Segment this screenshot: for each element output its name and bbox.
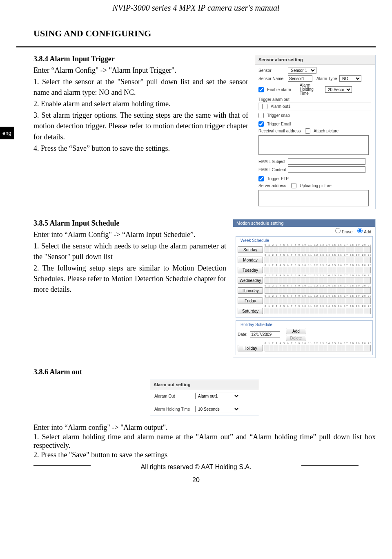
email-subject-label: EMAIL Subject [258,159,286,164]
sensor-name-input[interactable] [288,75,312,82]
day-wednesday-button[interactable]: Wednesday [238,277,263,284]
alarm-hold-select[interactable]: 10 Seconds [195,406,240,412]
trigger-ftp-checkbox[interactable] [258,176,264,181]
day-sunday-button[interactable]: Sunday [238,246,263,253]
uploading-picture-label: Uploading picture [300,183,332,188]
time-ticks: 0 1 2 3 4 5 6 7 8 9 10 11 12 13 14 15 16… [265,274,371,277]
erase-radio[interactable] [335,228,341,233]
day-row: Monday [238,257,371,263]
holding-time-label: Alarm Holding Time [300,83,323,96]
timeline[interactable] [265,308,371,314]
attach-picture-label: Attach picture [314,129,339,133]
time-ticks: 0 1 2 3 4 5 6 7 8 9 10 11 12 13 14 15 16… [265,284,371,287]
holiday-delete-button[interactable]: Delete [286,335,306,341]
timeline[interactable] [265,277,371,284]
week-schedule-fieldset: Week Schedule 0 1 2 3 4 5 6 7 8 9 10 11 … [236,236,373,318]
trigger-snap-label: Trigger snap [267,113,290,118]
holiday-legend: Holiday Schedule [239,322,274,327]
alarm-out-select[interactable]: Alarm out1 [195,393,240,399]
date-label: Date: [238,332,247,337]
heading-384: 3.8.4 Alarm Input Trigger [33,55,248,63]
week-legend: Week Schedule [239,238,270,243]
day-thursday-button[interactable]: Thursday [238,287,263,294]
alarm-out-label: Alaram Out [154,394,195,398]
holiday-add-button[interactable]: Add [286,328,306,334]
email-content-input[interactable] [288,166,365,173]
time-ticks: 0 1 2 3 4 5 6 7 8 9 10 11 12 13 14 15 16… [265,295,371,297]
erase-radio-label[interactable]: Erase [335,228,352,234]
trigger-snap-checkbox[interactable] [258,113,264,118]
attach-picture-checkbox[interactable] [305,128,310,134]
day-row: Saturday [238,308,371,314]
date-input[interactable] [250,331,280,338]
holding-time-select[interactable]: 20 Seconds [325,86,352,93]
day-friday-button[interactable]: Friday [238,297,263,304]
para: 1. Select the sensor which needs to setu… [33,241,226,262]
day-monday-button[interactable]: Monday [238,257,263,263]
para: 4. Press the “Save” button to save the s… [33,143,248,154]
heading-386: 3.8.6 Alarm out [33,368,376,376]
alarm-type-select[interactable]: NO [339,75,361,82]
running-head: NVIP-3000 series 4 MPX IP camera user's … [16,3,376,13]
email-subject-input[interactable] [288,158,365,165]
para: 1. Select the sensor at the "Sensor" pul… [33,76,248,98]
sensor-label: Sensor [258,68,286,73]
email-address-textarea[interactable] [258,135,369,155]
enable-alarm-checkbox[interactable] [258,87,264,92]
time-ticks: 0 1 2 3 4 5 6 7 8 9 10 11 12 13 14 15 16… [265,305,371,308]
para: 2. Press the "Save" button to save the s… [33,451,376,459]
time-ticks: 0 1 2 3 4 5 6 7 8 9 10 11 12 13 14 15 16… [265,254,371,257]
alarm-hold-label: Alarm Holding Time [154,407,195,411]
para: 3. Set alarm trigger options. The settin… [33,110,248,142]
trigger-ftp-label: Trigger FTP [267,177,289,181]
alarm-type-label: Alarm Type [316,76,338,81]
timeline[interactable] [265,267,371,273]
section-385-text: 3.8.5 Alarm Input Schedule Enter into “A… [33,219,226,296]
trigger-email-label: Trigger Email [267,122,291,126]
panel-header: Sensor alarm setting [255,55,375,65]
timeline[interactable] [265,246,371,253]
para: Enter into “Alarm Config" -> “Alarm Inpu… [33,229,226,240]
page-title: USING AND CONFIGURING [33,28,376,39]
day-saturday-button[interactable]: Saturday [238,308,263,314]
alarm-out1-label: Alarm out1 [271,104,290,109]
heading-385: 3.8.5 Alarm Input Schedule [33,219,226,228]
footer-rule-left [33,465,91,466]
para: Enter “Alarm Config" -> "Alarm Input Tri… [33,65,248,76]
day-row: Thursday [238,287,371,294]
holiday-schedule-fieldset: Holiday Schedule Date: Add Delete 0 1 2 … [236,320,373,355]
server-address-textarea[interactable] [258,190,369,206]
day-row: Friday [238,297,371,304]
timeline[interactable] [265,297,371,304]
uploading-picture-checkbox[interactable] [291,183,296,188]
para: 1. Select alarm holding time and alarm n… [33,433,376,450]
add-radio-label[interactable]: Add [357,228,371,234]
trigger-email-checkbox[interactable] [258,121,264,127]
sensor-name-label: Sensor Name [258,76,286,81]
alarm-out1-checkbox[interactable] [262,104,267,109]
panel-header: Alarm out setting [150,380,259,389]
footer-rule-right [301,465,359,466]
schedule-panel: Motion schedule setting Erase Add Week S… [233,219,376,358]
day-row: Tuesday [238,267,371,273]
timeline[interactable] [265,287,371,294]
enable-alarm-label: Enable alarm [267,87,292,92]
para: 2. The following setup steps are similar… [33,263,226,295]
schedule-header: Motion schedule setting [233,219,375,227]
add-radio[interactable] [357,228,363,233]
day-tuesday-button[interactable]: Tuesday [238,267,263,273]
page-number: 20 [16,476,376,484]
sensor-select[interactable]: Sensor 1 [288,67,316,74]
time-ticks: 0 1 2 3 4 5 6 7 8 9 10 11 12 13 14 15 16… [265,264,371,267]
timeline[interactable] [265,257,371,263]
footer-copyright: All rights reserved © AAT Holding S.A. [141,463,252,471]
holiday-row-button[interactable]: Holiday [238,345,263,351]
trigger-out-label: Trigger alarm out [255,96,375,103]
section-384-text: 3.8.4 Alarm Input Trigger Enter “Alarm C… [33,55,248,154]
title-rule [16,46,376,47]
email-content-label: EMAIL Content [258,168,286,172]
alarm-out-panel: Alarm out setting Alaram Out Alarm out1 … [150,380,259,416]
server-address-label: Server address [258,183,290,188]
timeline[interactable] [265,345,371,351]
para: 2. Enable alarm and select alarm holding… [33,98,248,109]
